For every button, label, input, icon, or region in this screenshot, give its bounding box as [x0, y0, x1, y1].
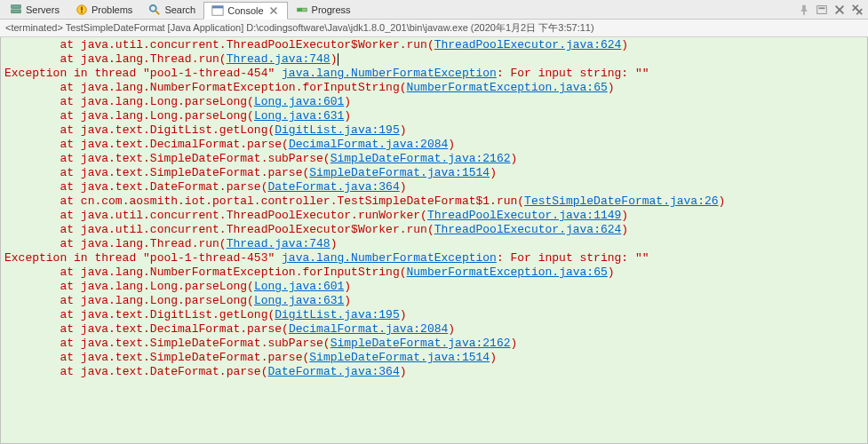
source-link[interactable]: DecimalFormat.java:2084 [289, 138, 448, 151]
console-line: at java.lang.Long.parseLong(Long.java:63… [4, 294, 864, 308]
at-keyword: at [60, 166, 80, 179]
exception-prefix: Exception in thread "pool-1-thread-453" [4, 251, 282, 265]
source-link[interactable]: Long.java:631 [254, 109, 344, 123]
console-line: at java.text.DateFormat.parse(DateFormat… [4, 365, 864, 379]
source-link[interactable]: ThreadPoolExecutor.java:1149 [427, 209, 621, 222]
close-paren: ) [330, 237, 338, 250]
close-paren: ) [400, 308, 407, 321]
console-line: at java.text.SimpleDateFormat.parse(Simp… [4, 166, 864, 180]
stack-method: java.lang.NumberFormatException.forInput… [81, 81, 407, 94]
remove-launch-button[interactable] [832, 2, 848, 18]
stack-method: java.text.DateFormat.parse( [81, 180, 268, 194]
tab-servers[interactable]: Servers [2, 1, 68, 19]
close-paren: ) [344, 109, 351, 123]
stack-method: java.text.SimpleDateFormat.parse( [81, 166, 309, 179]
close-paren: ) [344, 95, 351, 108]
svg-rect-4 [81, 11, 83, 12]
stack-method: java.lang.Long.parseLong( [81, 95, 254, 108]
at-keyword: at [60, 308, 80, 321]
source-link[interactable]: DateFormat.java:364 [267, 180, 399, 194]
stack-method: java.lang.Thread.run( [81, 52, 227, 66]
console-line: Exception in thread "pool-1-thread-454" … [4, 67, 864, 81]
source-link[interactable]: NumberFormatException.java:65 [407, 81, 608, 94]
tab-progress[interactable]: Progress [288, 1, 359, 19]
close-paren: ) [344, 294, 351, 307]
source-link[interactable]: Long.java:601 [254, 280, 344, 293]
console-status-line: <terminated> TestSimpleDateFormat [Java … [0, 20, 868, 37]
close-paren: ) [400, 180, 407, 194]
at-keyword: at [60, 194, 80, 208]
source-link[interactable]: Thread.java:748 [227, 237, 330, 250]
status-time: (2020年1月2日 下午3:57:11) [471, 22, 594, 33]
console-output[interactable]: at java.util.concurrent.ThreadPoolExecut… [0, 37, 868, 444]
console-line: at java.text.SimpleDateFormat.subParse(S… [4, 152, 864, 166]
source-link[interactable]: Long.java:601 [254, 95, 344, 108]
console-line: at java.lang.NumberFormatException.forIn… [4, 81, 864, 95]
source-link[interactable]: SimpleDateFormat.java:1514 [309, 351, 490, 364]
stack-method: java.lang.Long.parseLong( [81, 294, 254, 307]
close-paren: ) [719, 194, 726, 208]
console-line: at java.util.concurrent.ThreadPoolExecut… [4, 223, 864, 237]
at-keyword: at [60, 294, 80, 307]
close-icon[interactable] [267, 4, 280, 17]
tab-search[interactable]: Search [140, 1, 203, 19]
stack-method: java.text.DigitList.getLong( [81, 123, 275, 137]
at-keyword: at [60, 280, 80, 293]
svg-rect-0 [12, 4, 21, 8]
stack-method: java.text.SimpleDateFormat.parse( [81, 351, 309, 364]
console-line: at java.util.concurrent.ThreadPoolExecut… [4, 209, 864, 223]
source-link[interactable]: SimpleDateFormat.java:2162 [330, 152, 511, 165]
source-link[interactable]: DateFormat.java:364 [267, 365, 399, 378]
stack-method: java.lang.Long.parseLong( [81, 109, 254, 123]
source-link[interactable]: DigitList.java:195 [275, 123, 399, 137]
pin-console-button[interactable] [796, 2, 812, 18]
tab-label: Search [164, 4, 195, 15]
stack-method: java.lang.Thread.run( [81, 237, 227, 250]
at-keyword: at [60, 337, 80, 350]
console-line: at java.lang.Thread.run(Thread.java:748) [4, 52, 864, 67]
console-line: at java.text.DigitList.getLong(DigitList… [4, 308, 864, 322]
tab-problems[interactable]: Problems [68, 1, 140, 19]
close-paren: ) [511, 337, 518, 350]
console-line: at java.text.SimpleDateFormat.parse(Simp… [4, 351, 864, 365]
exception-class-link[interactable]: java.lang.NumberFormatException [282, 67, 497, 80]
search-icon [148, 4, 161, 16]
source-link[interactable]: TestSimpleDateFormat.java:26 [524, 194, 718, 208]
problems-icon [76, 4, 88, 16]
source-link[interactable]: DigitList.java:195 [275, 308, 399, 321]
console-line: at java.lang.NumberFormatException.forIn… [4, 266, 864, 280]
tab-console[interactable]: Console [203, 2, 287, 20]
exception-class-link[interactable]: java.lang.NumberFormatException [282, 251, 497, 265]
close-paren: ) [448, 322, 455, 336]
exception-prefix: Exception in thread "pool-1-thread-454" [4, 67, 282, 80]
console-line: at java.lang.Long.parseLong(Long.java:63… [4, 109, 864, 123]
source-link[interactable]: DecimalFormat.java:2084 [289, 322, 448, 336]
close-paren: ) [608, 81, 615, 94]
at-keyword: at [60, 109, 80, 123]
source-link[interactable]: SimpleDateFormat.java:1514 [309, 166, 490, 179]
source-link[interactable]: Thread.java:748 [227, 52, 330, 66]
display-selected-button[interactable] [814, 2, 830, 18]
source-link[interactable]: ThreadPoolExecutor.java:624 [434, 38, 622, 52]
source-link[interactable]: NumberFormatException.java:65 [407, 266, 608, 279]
stack-method: java.lang.Long.parseLong( [81, 280, 254, 293]
close-paren: ) [511, 152, 518, 165]
at-keyword: at [60, 365, 80, 378]
close-paren: ) [400, 365, 407, 378]
console-line: at java.lang.Thread.run(Thread.java:748) [4, 237, 864, 251]
source-link[interactable]: SimpleDateFormat.java:2162 [330, 337, 511, 350]
servers-icon [10, 4, 22, 16]
stack-method: java.lang.NumberFormatException.forInput… [81, 266, 407, 279]
stack-method: java.text.DecimalFormat.parse( [81, 322, 289, 336]
console-line: Exception in thread "pool-1-thread-453" … [4, 251, 864, 266]
exception-message: : For input string: "" [497, 67, 649, 80]
svg-rect-14 [819, 7, 825, 9]
stack-method: java.util.concurrent.ThreadPoolExecutor$… [81, 223, 434, 236]
at-keyword: at [60, 81, 80, 94]
tab-label: Servers [26, 4, 60, 15]
source-link[interactable]: ThreadPoolExecutor.java:624 [434, 223, 622, 236]
close-paren: ) [608, 266, 615, 279]
source-link[interactable]: Long.java:631 [254, 294, 344, 307]
svg-rect-1 [12, 10, 21, 13]
remove-all-button[interactable] [849, 2, 865, 18]
